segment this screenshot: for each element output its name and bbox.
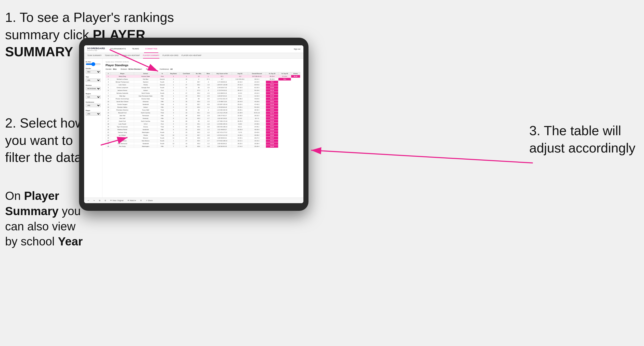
annotation-3: 3. The table will adjust accordingly (529, 122, 636, 157)
col-yr: Yr (157, 72, 167, 75)
main-content: No Rds. Gender Men Year (All) Divisio (84, 59, 303, 198)
sidebar-region: Region N/A (86, 93, 101, 99)
table-row: 12Brendan ValdesAuburnFifth53768.4-1.11.… (106, 106, 300, 109)
col-reg-rank: Reg Rank (167, 72, 180, 75)
undo-btn[interactable]: ↩ (87, 199, 90, 202)
copy-btn[interactable]: ⊞ (98, 199, 101, 202)
sub-nav-team-h2h-grid[interactable]: TEAM H2H GRID (105, 53, 119, 59)
watch-btn[interactable]: 👁 Watch ▾ (126, 199, 137, 202)
annotation-2-line3: filter the data (5, 150, 82, 165)
sub-nav-team-h2h-heatmap[interactable]: TEAM H2H HEATMAP (122, 53, 140, 59)
nav-item-teams[interactable]: TEAMS (131, 45, 140, 53)
table-row: 14Maxwell FordNorth CarolinaThird32369.1… (106, 112, 300, 114)
update-time: Update time: 27/03/2024 16:56:26 (106, 61, 300, 63)
division-select[interactable]: NCAA Division I (86, 87, 101, 90)
col-wins: Wins (204, 72, 212, 75)
conference-label: Conference (86, 101, 101, 103)
table-row: 23Jack LundinMissouriFourth112468.6-2.51… (106, 137, 300, 140)
table-row: 6Jackson KoivunAuburnFirst1767.3-32.72 6… (106, 89, 300, 92)
table-row: 21Taehoon SongWashingtonFourth12369.2-1.… (106, 131, 300, 134)
table-row: 8Mats EgeEast Tennessee StateFifth12468.… (106, 95, 300, 98)
filter-region: Region: All (146, 68, 156, 70)
table-row: 7Nicholas GabrelcikNorth FloridaFourth12… (106, 92, 300, 95)
region-label: Region (86, 93, 101, 94)
filter-conference: Conference: All (160, 68, 173, 70)
col-no-rds: No. Rds. (193, 72, 204, 75)
redo-btn[interactable]: ↪ (92, 199, 96, 202)
download-btn[interactable]: ⬇ (139, 199, 143, 202)
sidebar-division: Division NCAA Division I (86, 85, 101, 90)
table-row: 5Christo LamprechtGeorgia TechFourth2216… (106, 86, 300, 89)
table-row: 3Michael ThorbjornsenStanfordFourth2268.… (106, 81, 300, 84)
col-rank: # (106, 72, 111, 75)
logo-area: SCOREBOARD Powered by clippi (87, 47, 105, 51)
settings-btn[interactable]: ⚙ (104, 199, 107, 202)
filter-row: Gender: Men Division: NCAA Division I Re… (106, 68, 300, 70)
table-row: 26Petr HrubyWashingtonFifth72568.6-1.61.… (106, 145, 300, 148)
table-row: 16Alex GoffKentuckyFifth81968.3-1.71.92 … (106, 117, 300, 120)
gender-select[interactable]: Men (86, 70, 101, 74)
annotation-3-text: 3. The table will adjust accordingly (529, 123, 635, 155)
sidebar: No Rds. Gender Men Year (All) Divisio (84, 59, 102, 198)
logo-sub: Powered by clippi (87, 50, 105, 51)
sidebar-year: Year (All) (86, 76, 101, 82)
standings-table: # Player School Yr Reg Rank Conf Rank No… (106, 72, 300, 148)
table-title: Player Standings (106, 64, 300, 67)
sign-out-link[interactable]: Sign out (294, 48, 300, 50)
col-avg-sg: Avg SG (232, 72, 248, 75)
table-row: 19Tiger ChristensenArizonaThird52369.2-0… (106, 126, 300, 128)
col-school: School (134, 72, 157, 75)
table-row: 9Preston SummerhaysArizona StateThird324… (106, 98, 300, 100)
col-vs-top25: Vs Top 25 (266, 72, 278, 75)
col-points: Points (291, 72, 300, 75)
table-row: 20Matthew RiedelVanderbiltFifth52569.5-1… (106, 128, 300, 131)
sidebar-no-rds: No Rds. (86, 61, 101, 65)
logo-text: SCOREBOARD (87, 47, 105, 50)
sub-nav-player-summary[interactable]: PLAYER SUMMARY (143, 53, 160, 59)
update-date: 27/03/2024 16:56:26 (115, 61, 129, 63)
table-row: 24Bastien AmatNew MexicoFourth12769.4-1.… (106, 140, 300, 142)
table-row: 22Ian GilliganFloridaThird102468.7-0.91.… (106, 134, 300, 137)
nav-item-tournaments[interactable]: TOURNAMENTS (109, 45, 127, 53)
table-row: 1Wenyi DingArizona StateFirst1115167.1-3… (106, 75, 300, 78)
table-row: 15Jake HallTennesseeFifth72868.5-1.51.66… (106, 114, 300, 117)
table-row: 18Luke PowellUCLAFirst42469.1-1.81.13 50… (106, 123, 300, 126)
table-row: 25Cole SherwoodVanderbiltFourth122369.3-… (106, 142, 300, 145)
sidebar-conference: Conference (All) (86, 101, 101, 107)
nav-item-committee[interactable]: COMMITTEE (144, 45, 158, 53)
nav-right: Sign out (294, 48, 300, 50)
filter-gender: Gender: Men (106, 68, 117, 70)
gender-label: Gender (86, 68, 101, 69)
data-area: Update time: 27/03/2024 16:56:26 Player … (102, 59, 303, 198)
top-navigation: SCOREBOARD Powered by clippi TOURNAMENTS… (84, 45, 303, 53)
conference-select[interactable]: (All) (86, 104, 101, 107)
annotation-1-text: 1. To see a Player's rankings summary cl… (5, 10, 174, 42)
player-select[interactable]: (All) (86, 112, 101, 116)
region-select[interactable]: N/A (86, 95, 101, 99)
table-row: 4Luke ClatonFloridaSecond12768.2-1.61.98… (106, 84, 300, 86)
filter-division: Division: NCAA Division I (121, 68, 142, 70)
sidebar-player: Player (All) (86, 110, 101, 116)
annotation-2-line1: 2. Select how (5, 116, 85, 130)
sub-nav-player-h2h-heatmap[interactable]: PLAYER H2H HEATMAP (182, 53, 201, 59)
table-row: 10Jacob Skov OlesenArkansasFifth32568.4-… (106, 100, 300, 103)
table-row: 11Gordon SargentVanderbiltThird42168.7-0… (106, 103, 300, 106)
col-conf-rank: Conf Rank (180, 72, 193, 75)
sub-navigation: TEAM SUMMARY TEAM H2H GRID TEAM H2H HEAT… (84, 53, 303, 59)
sidebar-gender: Gender Men (86, 68, 101, 74)
year-label: Year (86, 76, 101, 78)
share-btn[interactable]: ↗ Share (145, 199, 154, 202)
player-label: Player (86, 110, 101, 111)
col-overall: Overall Record (248, 72, 266, 75)
tablet-device: SCOREBOARD Powered by clippi TOURNAMENTS… (79, 38, 308, 211)
no-rds-slider[interactable] (86, 63, 101, 65)
year-select[interactable]: (All) (86, 78, 101, 82)
table-row: 13Phichaksn MaichonTexas A&MThird63069-1… (106, 109, 300, 112)
sub-nav-team-summary[interactable]: TEAM SUMMARY (87, 53, 102, 59)
update-time-label: Update time: (106, 61, 114, 63)
division-label: Division (86, 85, 101, 86)
col-vs-top50: Vs Top 50 (278, 72, 291, 75)
bottom-toolbar: ↩ ↪ ⊞ ⚙ 👁 View: Original 👁 Watch ▾ ⬇ ↗ S… (84, 198, 303, 203)
view-btn[interactable]: 👁 View: Original (109, 199, 124, 202)
sub-nav-player-h2h-grid[interactable]: PLAYER H2H GRID (162, 53, 178, 59)
